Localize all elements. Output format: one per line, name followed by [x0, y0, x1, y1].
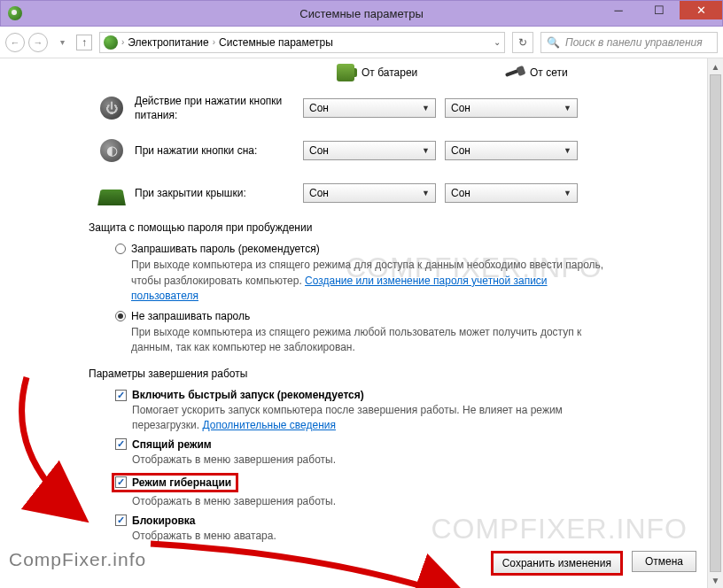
address-icon [104, 35, 118, 50]
maximize-button[interactable]: ☐ [639, 1, 680, 19]
shutdown-settings-heading: Параметры завершения работы [89, 368, 689, 380]
refresh-button[interactable]: ↻ [512, 32, 533, 53]
hibernate-description: Отображать в меню завершения работы. [132, 494, 628, 509]
back-button[interactable]: ← [5, 33, 25, 52]
lock-description: Отображать в меню аватара. [132, 529, 628, 544]
power-button-icon [100, 97, 123, 120]
breadcrumb-item[interactable]: Электропитание [128, 36, 208, 49]
sleep-checkbox[interactable]: ✓ Спящий режим [115, 438, 689, 451]
search-icon: 🔍 [547, 36, 560, 49]
checkbox-icon: ✓ [115, 390, 127, 401]
cancel-button[interactable]: Отмена [632, 551, 696, 572]
lid-close-battery-dropdown[interactable]: Сон▼ [303, 183, 436, 203]
scrollbar-thumb[interactable] [710, 74, 721, 572]
require-password-description: При выходе компьютера из спящего режима … [131, 258, 610, 304]
radio-icon [115, 311, 126, 321]
vertical-scrollbar[interactable]: ▲ ▼ [707, 58, 723, 588]
plugged-in-header: От сети [505, 64, 638, 81]
no-password-description: При выходе компьютера из спящего режима … [131, 325, 610, 356]
radio-icon [115, 244, 126, 254]
titlebar: Системные параметры ─ ☐ ✕ [0, 0, 723, 27]
no-password-radio[interactable]: Не запрашивать пароль [115, 310, 689, 322]
lid-icon [97, 190, 126, 205]
sleep-button-icon [100, 139, 123, 162]
scroll-up-button[interactable]: ▲ [708, 58, 723, 74]
power-button-ac-dropdown[interactable]: Сон▼ [445, 98, 578, 118]
on-battery-header: От батареи [337, 64, 470, 81]
search-placeholder: Поиск в панели управления [565, 36, 703, 49]
learn-more-link[interactable]: Дополнительные сведения [202, 419, 335, 431]
sleep-button-battery-dropdown[interactable]: Сон▼ [303, 141, 436, 160]
forward-button[interactable]: → [28, 33, 48, 52]
battery-icon [337, 64, 354, 81]
lock-checkbox[interactable]: ✓ Блокировка [115, 514, 689, 527]
save-changes-button[interactable]: Сохранить изменения [491, 551, 623, 576]
sleep-button-label: При нажатии кнопки сна: [135, 143, 294, 158]
sleep-button-ac-dropdown[interactable]: Сон▼ [445, 141, 578, 160]
up-button[interactable]: ↑ [76, 35, 92, 50]
sleep-description: Отображать в меню завершения работы. [132, 453, 628, 468]
fast-startup-checkbox[interactable]: ✓ Включить быстрый запуск (рекомендуется… [115, 389, 689, 401]
search-input[interactable]: 🔍 Поиск в панели управления [540, 32, 718, 53]
scroll-down-button[interactable]: ▼ [708, 572, 723, 588]
password-protection-heading: Защита с помощью пароля при пробуждении [89, 221, 689, 234]
recent-dropdown[interactable]: ▾ [51, 32, 73, 53]
checkbox-icon: ✓ [115, 476, 127, 488]
power-button-battery-dropdown[interactable]: Сон▼ [303, 98, 436, 118]
checkbox-icon: ✓ [115, 514, 127, 526]
lid-close-ac-dropdown[interactable]: Сон▼ [445, 183, 578, 203]
lid-close-label: При закрытии крышки: [135, 186, 294, 200]
plug-icon [505, 64, 523, 81]
address-bar[interactable]: › Электропитание › Системные параметры ⌄ [99, 32, 505, 53]
breadcrumb-item[interactable]: Системные параметры [219, 36, 333, 49]
fast-startup-description: Помогает ускорить запуск компьютера посл… [132, 403, 628, 433]
checkbox-icon: ✓ [115, 438, 127, 450]
close-button[interactable]: ✕ [680, 1, 722, 19]
hibernate-checkbox[interactable]: ✓ Режим гибернации [112, 473, 238, 492]
main-content: От батареи От сети Действие при нажатии … [0, 58, 707, 588]
minimize-button[interactable]: ─ [598, 1, 639, 19]
navigation-bar: ← → ▾ ↑ › Электропитание › Системные пар… [0, 27, 723, 58]
require-password-radio[interactable]: Запрашивать пароль (рекомендуется) [115, 243, 689, 255]
power-button-label: Действие при нажатии кнопки питания: [135, 94, 294, 122]
